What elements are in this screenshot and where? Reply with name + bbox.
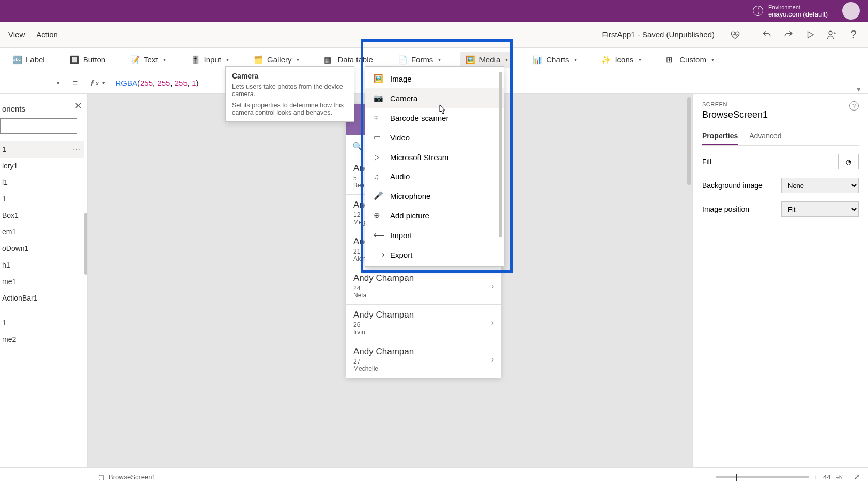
media-item-label: Audio (390, 172, 410, 181)
environment-picker[interactable]: Environment enayu.com (default) (768, 4, 828, 18)
media-item-icon: ▭ (374, 133, 383, 142)
zoom-in-button[interactable]: + (814, 473, 818, 481)
insert-label[interactable]: 🔤Label (7, 52, 50, 68)
media-menu-item[interactable]: ▷Microsoft Stream (365, 147, 504, 167)
screen-name: BrowseScreen1 (702, 109, 859, 120)
tree-item[interactable]: me1 (0, 273, 84, 290)
chevron-down-icon: ▾ (102, 80, 104, 86)
play-icon[interactable] (804, 28, 816, 41)
screen-icon: ▢ (98, 473, 104, 481)
tree-item[interactable]: 1 (0, 141, 84, 158)
insert-charts[interactable]: 📊Charts▾ (528, 52, 582, 68)
media-menu-item[interactable]: 📷Camera (365, 88, 504, 108)
text-icon: 📝 (130, 55, 140, 65)
fx-label[interactable]: fx▾ (86, 79, 110, 87)
media-item-label: Export (390, 250, 412, 259)
item-number: 27 (353, 358, 494, 365)
chevron-right-icon: › (491, 281, 494, 291)
zoom-out-button[interactable]: − (707, 473, 711, 481)
tree-item[interactable]: 1 (0, 191, 84, 207)
insert-text[interactable]: 📝Text▾ (125, 52, 171, 68)
chevron-down-icon[interactable]: ▾ (857, 85, 861, 94)
search-icon: 🔍 (352, 142, 363, 151)
list-item[interactable]: Andy Champan 24 Neta › (346, 268, 501, 305)
media-menu-item[interactable]: 🖼️Image (365, 69, 504, 88)
tree-item[interactable]: lery1 (0, 158, 84, 174)
fill-color-picker[interactable]: ◔ (838, 154, 859, 169)
media-menu-item[interactable]: ⟶Export (365, 245, 504, 264)
item-number: 26 (353, 321, 494, 328)
media-menu-item[interactable]: ▭Video (365, 128, 504, 147)
media-menu-item[interactable]: ♫Audio (365, 167, 504, 186)
tab-properties[interactable]: Properties (702, 128, 738, 145)
fullscreen-icon[interactable]: ⤢ (854, 473, 860, 481)
tab-advanced[interactable]: Advanced (749, 128, 781, 145)
tree-item[interactable]: ActionBar1 (0, 290, 84, 306)
insert-input[interactable]: 🎚️Input▾ (185, 52, 234, 68)
chevron-down-icon: ▾ (505, 57, 508, 62)
prop-bgimage-label: Background image (702, 181, 763, 190)
tree-tab[interactable]: onents (0, 100, 84, 118)
insert-icons[interactable]: ✨Icons▾ (596, 52, 646, 68)
tree-item[interactable]: em1 (0, 224, 84, 240)
avatar[interactable] (842, 2, 860, 20)
chevron-down-icon: ▾ (57, 80, 59, 86)
media-item-label: Image (390, 74, 412, 83)
tree-search-input[interactable] (0, 118, 78, 134)
tree-item[interactable]: 1 (0, 315, 84, 331)
tooltip: Camera Lets users take photos from the d… (225, 66, 354, 122)
health-icon[interactable] (729, 28, 741, 41)
chevron-down-icon: ▾ (574, 57, 577, 62)
tree-item[interactable]: oDown1 (0, 240, 84, 257)
scrollbar[interactable] (499, 72, 502, 237)
tree-item[interactable] (0, 306, 84, 315)
media-item-label: Microphone (390, 192, 430, 200)
media-menu-item[interactable]: 🎤Microphone (365, 186, 504, 206)
command-bar: View Action FirstApp1 - Saved (Unpublish… (0, 22, 868, 48)
redo-icon[interactable] (782, 28, 795, 41)
chevron-right-icon: › (491, 355, 494, 364)
insert-gallery[interactable]: 🗂️Gallery▾ (249, 52, 305, 68)
tree-item[interactable]: l1 (0, 174, 84, 191)
list-item[interactable]: Andy Champan 26 Irvin › (346, 305, 501, 341)
close-icon[interactable]: ✕ (74, 100, 82, 112)
item-name: Andy Champan (353, 310, 494, 320)
insert-button[interactable]: 🔲Button (65, 52, 111, 68)
media-menu-item[interactable]: ⟵Import (365, 225, 504, 245)
globe-icon (753, 6, 763, 16)
media-item-label: Microsoft Stream (390, 153, 448, 162)
tab-view[interactable]: View (8, 30, 25, 39)
custom-icon: ⊞ (666, 55, 675, 65)
insert-custom[interactable]: ⊞Custom▾ (661, 52, 719, 68)
zoom-value: 44 (823, 473, 830, 481)
help-icon[interactable]: ? (849, 101, 859, 111)
zoom-percent: % (835, 473, 842, 481)
imgpos-select[interactable]: Fit (781, 201, 859, 217)
media-item-icon: ♫ (374, 172, 383, 181)
tree-item[interactable]: h1 (0, 257, 84, 273)
tab-action[interactable]: Action (36, 30, 58, 39)
share-icon[interactable] (826, 28, 838, 41)
item-subtitle: Mechelle (353, 365, 494, 372)
properties-pane: ? SCREEN BrowseScreen1 Properties Advanc… (692, 94, 868, 467)
tooltip-title: Camera (232, 72, 348, 80)
insert-media[interactable]: 🖼️Media▾ (460, 52, 513, 68)
media-menu-item[interactable]: ⊕Add picture (365, 206, 504, 225)
scrollbar[interactable] (687, 97, 691, 185)
scrollbar[interactable] (84, 213, 87, 275)
insert-datatable[interactable]: ▦Data table (319, 52, 378, 68)
media-menu-item[interactable]: ⌗Barcode scanner (365, 108, 504, 128)
media-item-icon: ⟶ (374, 250, 383, 259)
gallery-icon: 🗂️ (254, 55, 263, 65)
tree-item[interactable]: Box1 (0, 207, 84, 224)
tree-item[interactable]: me2 (0, 331, 84, 348)
undo-icon[interactable] (761, 28, 773, 41)
app-header: Environment enayu.com (default) (0, 0, 868, 22)
list-item[interactable]: Andy Champan 27 Mechelle › (346, 341, 501, 378)
app-title: FirstApp1 - Saved (Unpublished) (602, 30, 715, 39)
help-icon[interactable]: ? (847, 28, 860, 41)
insert-forms[interactable]: 📄Forms▾ (393, 52, 446, 68)
bgimage-select[interactable]: None (781, 178, 859, 193)
zoom-slider[interactable] (716, 476, 809, 478)
property-selector[interactable]: ▾ (0, 72, 65, 93)
